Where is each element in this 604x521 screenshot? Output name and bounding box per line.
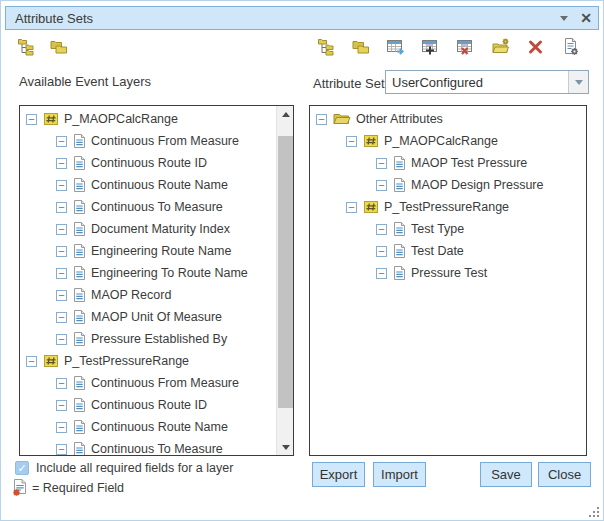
expand-attributes-button[interactable]	[316, 37, 336, 57]
delete-attribute-set-button[interactable]	[526, 37, 546, 57]
collapse-expander-icon[interactable]: −	[26, 114, 37, 125]
tree-item[interactable]: −Test Date	[310, 240, 586, 262]
collapse-expander-icon[interactable]: −	[56, 158, 67, 169]
tree-item[interactable]: −Continuous To Measure	[20, 438, 276, 455]
tree-item[interactable]: −Pressure Test	[310, 262, 586, 284]
remove-field-button[interactable]	[456, 37, 476, 57]
tree-item[interactable]: −Pressure Established By	[20, 328, 276, 350]
tree-item-label: Test Type	[411, 222, 464, 236]
tree-item[interactable]: −Engineering To Route Name	[20, 262, 276, 284]
tree-item[interactable]: −Continuous From Measure	[20, 372, 276, 394]
attribute-set-properties-button[interactable]	[561, 37, 581, 57]
collapse-expander-icon[interactable]: −	[56, 400, 67, 411]
tree-item[interactable]: −Continuous Route Name	[20, 174, 276, 196]
collapse-expander-icon[interactable]: −	[56, 202, 67, 213]
tree-item[interactable]: −Continuous Route ID	[20, 394, 276, 416]
tree-item-label: Continuous Route Name	[91, 420, 228, 434]
collapse-expander-icon[interactable]: −	[56, 312, 67, 323]
tree-item[interactable]: −MAOP Unit Of Measure	[20, 306, 276, 328]
collapse-expander-icon[interactable]: −	[56, 444, 67, 455]
include-required-fields-checkbox[interactable]: ✓	[15, 461, 29, 475]
collapse-expander-icon[interactable]: −	[56, 334, 67, 345]
tree-item-label: MAOP Design Pressure	[411, 178, 543, 192]
collapse-expander-icon[interactable]: −	[376, 180, 387, 191]
field-icon	[73, 331, 86, 347]
tree-item[interactable]: −P_MAOPCalcRange	[310, 130, 586, 152]
save-button[interactable]: Save	[480, 462, 532, 487]
expand-event-layers-button[interactable]	[16, 37, 36, 57]
collapse-expander-icon[interactable]: −	[376, 158, 387, 169]
close-icon: ✕	[580, 11, 592, 25]
collapse-expander-icon[interactable]: −	[316, 114, 327, 125]
collapse-expander-icon[interactable]: −	[56, 224, 67, 235]
collapse-expander-icon[interactable]: −	[56, 268, 67, 279]
left-panel-scrollbar[interactable]	[276, 106, 293, 455]
tree-item[interactable]: −P_TestPressureRange	[20, 350, 276, 372]
tree-item[interactable]: −Other Attributes	[310, 108, 586, 130]
add-field-button[interactable]	[421, 37, 441, 57]
collapse-expander-icon[interactable]: −	[56, 180, 67, 191]
collapse-event-layers-button[interactable]	[49, 37, 69, 57]
collapse-expander-icon[interactable]: −	[26, 356, 37, 367]
field-icon	[73, 243, 86, 259]
chevron-down-icon	[575, 80, 583, 85]
attribute-set-tree: −Other Attributes−P_MAOPCalcRange−MAOP T…	[310, 106, 586, 455]
tree-item-label: Continuous To Measure	[91, 442, 223, 455]
tree-expand-icon	[316, 37, 336, 57]
collapse-attributes-button[interactable]	[351, 37, 371, 57]
triangle-up-icon	[282, 112, 290, 117]
tree-item[interactable]: −P_MAOPCalcRange	[20, 108, 276, 130]
attribute-sets-dialog: Attribute Sets ✕ Available Event Layers …	[0, 0, 604, 521]
tree-item[interactable]: −Test Type	[310, 218, 586, 240]
resize-grip[interactable]	[588, 504, 600, 516]
triangle-down-icon	[282, 445, 290, 450]
collapse-dialog-button[interactable]	[554, 7, 574, 29]
export-button[interactable]: Export	[312, 462, 365, 487]
attribute-set-dropdown-button[interactable]	[568, 71, 588, 93]
tree-item[interactable]: −Document Maturity Index	[20, 218, 276, 240]
tree-item-label: MAOP Test Pressure	[411, 156, 527, 170]
tree-item[interactable]: −P_TestPressureRange	[310, 196, 586, 218]
required-field-legend-row: = Required Field	[12, 478, 124, 497]
attribute-set-combobox[interactable]: UserConfigured	[385, 70, 589, 94]
collapse-expander-icon[interactable]: −	[56, 378, 67, 389]
field-icon	[393, 265, 406, 281]
table-add-icon	[421, 37, 441, 57]
collapse-expander-icon[interactable]: −	[56, 246, 67, 257]
scrollbar-thumb[interactable]	[278, 136, 293, 408]
scroll-up-button[interactable]	[277, 106, 294, 122]
tree-item-label: Document Maturity Index	[91, 222, 230, 236]
collapse-expander-icon[interactable]: −	[376, 268, 387, 279]
tree-item[interactable]: −Continuous Route Name	[20, 416, 276, 438]
event-layers-tree: −P_MAOPCalcRange−Continuous From Measure…	[20, 106, 276, 455]
field-icon	[73, 177, 86, 193]
event-layer-icon	[43, 111, 59, 127]
new-attribute-set-button[interactable]	[491, 37, 511, 57]
close-button[interactable]: Close	[538, 462, 591, 487]
close-dialog-button[interactable]: ✕	[574, 7, 598, 29]
scroll-down-button[interactable]	[277, 439, 294, 455]
tree-item-label: Continuous To Measure	[91, 200, 223, 214]
import-button[interactable]: Import	[373, 462, 426, 487]
available-event-layers-label: Available Event Layers	[19, 74, 151, 89]
tree-item[interactable]: −MAOP Record	[20, 284, 276, 306]
titlebar: Attribute Sets ✕	[5, 6, 599, 30]
transfer-fields-button[interactable]	[386, 37, 406, 57]
tree-item[interactable]: −MAOP Design Pressure	[310, 174, 586, 196]
collapse-expander-icon[interactable]: −	[56, 136, 67, 147]
collapse-expander-icon[interactable]: −	[346, 136, 357, 147]
tree-item[interactable]: −Engineering Route Name	[20, 240, 276, 262]
collapse-expander-icon[interactable]: −	[376, 224, 387, 235]
collapse-expander-icon[interactable]: −	[376, 246, 387, 257]
collapse-expander-icon[interactable]: −	[346, 202, 357, 213]
tree-item[interactable]: −Continuous To Measure	[20, 196, 276, 218]
collapse-expander-icon[interactable]: −	[56, 290, 67, 301]
tree-item[interactable]: −MAOP Test Pressure	[310, 152, 586, 174]
tree-item[interactable]: −Continuous Route ID	[20, 152, 276, 174]
field-icon	[73, 221, 86, 237]
tree-item[interactable]: −Continuous From Measure	[20, 130, 276, 152]
tree-item-label: Continuous Route Name	[91, 178, 228, 192]
collapse-expander-icon[interactable]: −	[56, 422, 67, 433]
tree-item-label: P_MAOPCalcRange	[384, 134, 498, 148]
chevron-down-icon	[560, 16, 568, 21]
